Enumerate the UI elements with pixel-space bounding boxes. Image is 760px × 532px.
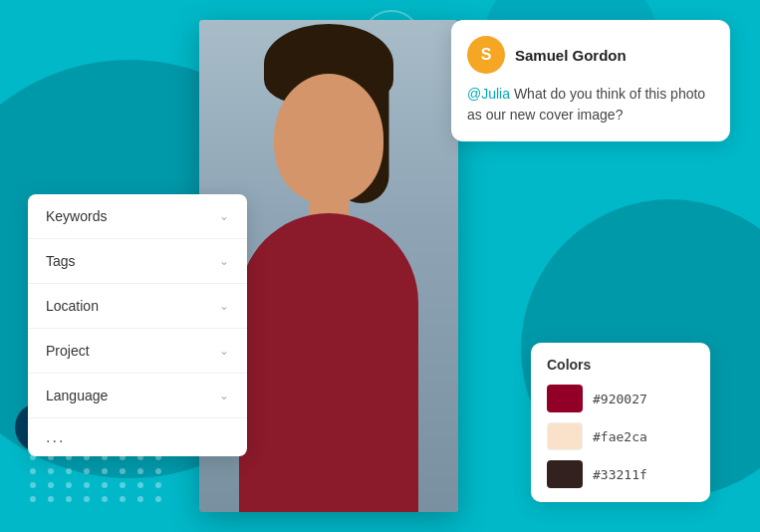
filter-language-label: Language xyxy=(46,388,108,403)
filter-language-chevron: ⌄ xyxy=(219,389,229,402)
color-row-1: #920027 xyxy=(547,385,694,412)
comment-bubble: S Samuel Gordon @Julia What do you think… xyxy=(451,20,730,141)
colors-panel: Colors #920027 #fae2ca #33211f xyxy=(531,343,710,502)
comment-header: S Samuel Gordon xyxy=(467,36,714,74)
comment-mention: @Julia xyxy=(467,86,510,102)
filter-more[interactable]: ... xyxy=(28,418,247,456)
colors-title: Colors xyxy=(547,357,694,373)
color-swatch-1 xyxy=(547,385,583,412)
filter-tags-chevron: ⌄ xyxy=(219,254,229,268)
filter-tags-label: Tags xyxy=(46,253,76,269)
color-hex-1: #920027 xyxy=(593,392,647,406)
filter-keywords-chevron: ⌄ xyxy=(219,209,229,223)
avatar: S xyxy=(467,36,505,74)
color-row-3: #33211f xyxy=(547,460,694,488)
filter-project-chevron: ⌄ xyxy=(219,344,229,358)
color-row-2: #fae2ca xyxy=(547,422,694,450)
comment-text: @Julia What do you think of this photo a… xyxy=(467,84,714,126)
filter-project[interactable]: Project ⌄ xyxy=(28,329,247,374)
filter-tags[interactable]: Tags ⌄ xyxy=(28,239,247,284)
filter-keywords[interactable]: Keywords ⌄ xyxy=(28,194,247,239)
filter-location-chevron: ⌄ xyxy=(219,299,229,313)
filter-language[interactable]: Language ⌄ xyxy=(28,374,247,418)
comment-author-name: Samuel Gordon xyxy=(515,47,627,64)
color-swatch-2 xyxy=(547,422,583,450)
filter-location-label: Location xyxy=(46,298,99,314)
color-swatch-3 xyxy=(547,460,583,488)
filter-panel: Keywords ⌄ Tags ⌄ Location ⌄ Project ⌄ L… xyxy=(28,194,247,456)
person-body xyxy=(239,213,418,512)
color-hex-3: #33211f xyxy=(593,467,647,482)
filter-project-label: Project xyxy=(46,343,90,359)
filter-keywords-label: Keywords xyxy=(46,208,107,224)
color-hex-2: #fae2ca xyxy=(593,429,647,444)
filter-location[interactable]: Location ⌄ xyxy=(28,284,247,329)
